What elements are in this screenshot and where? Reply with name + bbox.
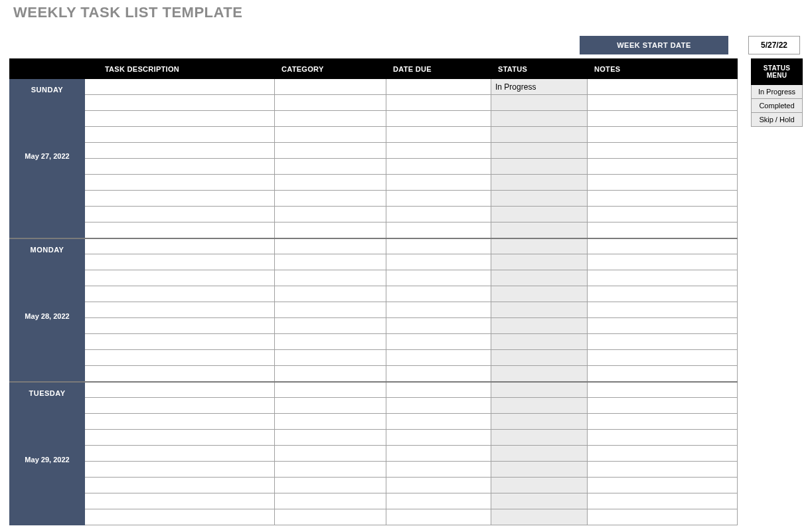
notes-cell[interactable]: [588, 238, 738, 254]
status-cell[interactable]: [491, 191, 588, 207]
date-due-cell[interactable]: [386, 366, 491, 382]
category-cell[interactable]: [275, 286, 386, 302]
task-description-cell[interactable]: [85, 302, 275, 318]
status-cell[interactable]: [491, 350, 588, 366]
task-description-cell[interactable]: [85, 270, 275, 286]
category-cell[interactable]: [275, 509, 386, 525]
status-cell[interactable]: [491, 175, 588, 191]
category-cell[interactable]: [275, 127, 386, 143]
notes-cell[interactable]: [588, 430, 738, 446]
notes-cell[interactable]: [588, 334, 738, 350]
status-cell[interactable]: [491, 430, 588, 446]
notes-cell[interactable]: [588, 493, 738, 509]
date-due-cell[interactable]: [386, 127, 491, 143]
status-cell[interactable]: [491, 95, 588, 111]
date-due-cell[interactable]: [386, 509, 491, 525]
status-menu-item[interactable]: In Progress: [752, 85, 803, 99]
category-cell[interactable]: [275, 79, 386, 95]
task-description-cell[interactable]: [85, 191, 275, 207]
category-cell[interactable]: [275, 175, 386, 191]
status-menu-item[interactable]: Completed: [752, 99, 803, 113]
status-cell[interactable]: [491, 207, 588, 222]
date-due-cell[interactable]: [386, 270, 491, 286]
status-menu-item[interactable]: Skip / Hold: [752, 113, 803, 127]
category-cell[interactable]: [275, 95, 386, 111]
category-cell[interactable]: [275, 143, 386, 159]
task-description-cell[interactable]: [85, 254, 275, 270]
notes-cell[interactable]: [588, 95, 738, 111]
date-due-cell[interactable]: [386, 350, 491, 366]
category-cell[interactable]: [275, 207, 386, 222]
status-cell[interactable]: [491, 414, 588, 430]
status-cell[interactable]: [491, 366, 588, 382]
date-due-cell[interactable]: [386, 286, 491, 302]
date-due-cell[interactable]: [386, 207, 491, 222]
category-cell[interactable]: [275, 238, 386, 254]
task-description-cell[interactable]: [85, 478, 275, 493]
task-description-cell[interactable]: [85, 127, 275, 143]
date-due-cell[interactable]: [386, 334, 491, 350]
category-cell[interactable]: [275, 222, 386, 238]
task-description-cell[interactable]: [85, 509, 275, 525]
task-description-cell[interactable]: [85, 111, 275, 127]
category-cell[interactable]: [275, 446, 386, 462]
status-cell[interactable]: [491, 478, 588, 493]
date-due-cell[interactable]: [386, 302, 491, 318]
notes-cell[interactable]: [588, 446, 738, 462]
task-description-cell[interactable]: [85, 446, 275, 462]
category-cell[interactable]: [275, 191, 386, 207]
task-description-cell[interactable]: [85, 175, 275, 191]
status-cell[interactable]: [491, 238, 588, 254]
task-description-cell[interactable]: [85, 493, 275, 509]
category-cell[interactable]: [275, 111, 386, 127]
status-cell[interactable]: [491, 334, 588, 350]
task-description-cell[interactable]: [85, 398, 275, 414]
notes-cell[interactable]: [588, 318, 738, 334]
date-due-cell[interactable]: [386, 398, 491, 414]
task-description-cell[interactable]: [85, 382, 275, 398]
category-cell[interactable]: [275, 478, 386, 493]
task-description-cell[interactable]: [85, 207, 275, 222]
date-due-cell[interactable]: [386, 254, 491, 270]
category-cell[interactable]: [275, 254, 386, 270]
date-due-cell[interactable]: [386, 430, 491, 446]
status-cell[interactable]: [491, 462, 588, 478]
task-description-cell[interactable]: [85, 334, 275, 350]
date-due-cell[interactable]: [386, 79, 491, 95]
notes-cell[interactable]: [588, 79, 738, 95]
status-cell[interactable]: [491, 286, 588, 302]
task-description-cell[interactable]: [85, 318, 275, 334]
notes-cell[interactable]: [588, 350, 738, 366]
task-description-cell[interactable]: [85, 462, 275, 478]
task-description-cell[interactable]: [85, 238, 275, 254]
date-due-cell[interactable]: [386, 462, 491, 478]
category-cell[interactable]: [275, 462, 386, 478]
status-cell[interactable]: [491, 222, 588, 238]
date-due-cell[interactable]: [386, 238, 491, 254]
notes-cell[interactable]: [588, 398, 738, 414]
week-start-date-input[interactable]: 5/27/22: [748, 36, 800, 54]
category-cell[interactable]: [275, 302, 386, 318]
notes-cell[interactable]: [588, 302, 738, 318]
notes-cell[interactable]: [588, 127, 738, 143]
status-cell[interactable]: [491, 382, 588, 398]
task-description-cell[interactable]: [85, 143, 275, 159]
notes-cell[interactable]: [588, 414, 738, 430]
status-cell[interactable]: [491, 143, 588, 159]
status-cell[interactable]: [491, 398, 588, 414]
status-cell[interactable]: [491, 127, 588, 143]
notes-cell[interactable]: [588, 159, 738, 175]
category-cell[interactable]: [275, 382, 386, 398]
notes-cell[interactable]: [588, 509, 738, 525]
task-description-cell[interactable]: [85, 430, 275, 446]
status-cell[interactable]: [491, 302, 588, 318]
notes-cell[interactable]: [588, 175, 738, 191]
date-due-cell[interactable]: [386, 175, 491, 191]
category-cell[interactable]: [275, 493, 386, 509]
notes-cell[interactable]: [588, 111, 738, 127]
task-description-cell[interactable]: [85, 286, 275, 302]
notes-cell[interactable]: [588, 270, 738, 286]
category-cell[interactable]: [275, 334, 386, 350]
notes-cell[interactable]: [588, 143, 738, 159]
date-due-cell[interactable]: [386, 446, 491, 462]
